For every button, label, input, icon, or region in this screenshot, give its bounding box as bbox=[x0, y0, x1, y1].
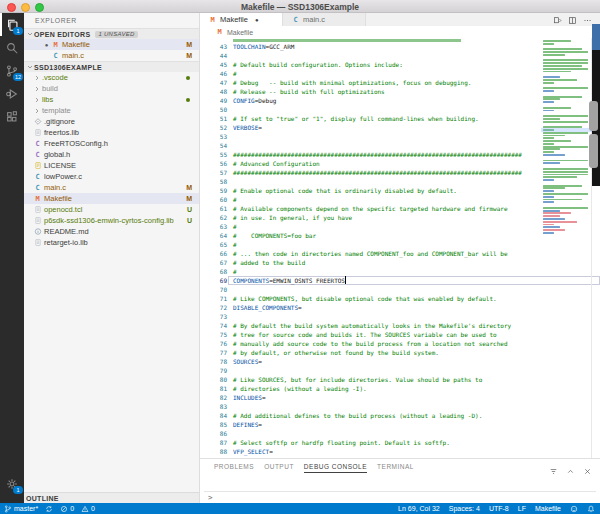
code-line-86[interactable]: 86 bbox=[200, 429, 600, 438]
code-line-54[interactable]: 54 bbox=[200, 141, 600, 150]
code-line-43[interactable]: 43TOOLCHAIN=GCC_ARM bbox=[200, 42, 600, 51]
code-line-63[interactable]: 63# bbox=[200, 222, 600, 231]
code-line-82[interactable]: 82INCLUDES= bbox=[200, 393, 600, 402]
code-editor[interactable]: 43TOOLCHAIN=GCC_ARM4445# Default build c… bbox=[200, 38, 600, 471]
tree-file-FreeRTOSConfig.h[interactable]: CFreeRTOSConfig.h bbox=[24, 138, 199, 149]
code-line-45[interactable]: 45# Default build configuration. Options… bbox=[200, 60, 600, 69]
code-line-74[interactable]: 74# By default the build system automati… bbox=[200, 321, 600, 330]
tree-file-retarget-io.lib[interactable]: retarget-io.lib bbox=[24, 237, 199, 248]
tree-file-freertos.lib[interactable]: freertos.lib bbox=[24, 127, 199, 138]
open-editor-item-Makefile[interactable]: ●MMakefileM bbox=[24, 39, 199, 50]
filter-icon[interactable] bbox=[549, 462, 558, 480]
status-error[interactable]: 0 bbox=[60, 505, 74, 513]
code-line-80[interactable]: 80# Like SOURCES, but for include direct… bbox=[200, 375, 600, 384]
panel-tab-terminal[interactable]: TERMINAL bbox=[377, 463, 414, 473]
tree-file-global.h[interactable]: Cglobal.h bbox=[24, 149, 199, 160]
outline-header[interactable]: OUTLINE bbox=[24, 492, 199, 503]
code-line-84[interactable]: 84# Add additional defines to the build … bbox=[200, 411, 600, 420]
code-line-69[interactable]: 69COMPONENTS=EMWIN_OSNTS FREERTOS bbox=[200, 276, 600, 285]
code-line-46[interactable]: 46# bbox=[200, 69, 600, 78]
tab-Makefile[interactable]: MMakefile● bbox=[200, 13, 283, 26]
code-line-68[interactable]: 68# bbox=[200, 267, 600, 276]
code-line-44[interactable]: 44 bbox=[200, 51, 600, 60]
code-line-83[interactable]: 83 bbox=[200, 402, 600, 411]
activity-manage-button[interactable]: 1 bbox=[0, 472, 24, 495]
tree-file-LICENSE[interactable]: LICENSE bbox=[24, 160, 199, 171]
tree-folder-.vscode[interactable]: .vscode bbox=[24, 72, 199, 83]
code-line-52[interactable]: 52VERBOSE= bbox=[200, 123, 600, 132]
code-line-49[interactable]: 49CONFIG=Debug bbox=[200, 96, 600, 105]
code-line-73[interactable]: 73 bbox=[200, 312, 600, 321]
open-editor-item-main.c[interactable]: Cmain.cM bbox=[24, 50, 199, 61]
tree-file-p6sdk-ssd1306-emwin-cyrtos-config.lib[interactable]: p6sdk-ssd1306-emwin-cyrtos-config.libU bbox=[24, 215, 199, 226]
minimap[interactable] bbox=[543, 40, 590, 235]
status-spaces[interactable]: Spaces: 4 bbox=[449, 505, 480, 512]
tree-file-openocd.tcl[interactable]: openocd.tclU bbox=[24, 204, 199, 215]
code-line-66[interactable]: 66# ... then code in directories named C… bbox=[200, 249, 600, 258]
close-icon[interactable] bbox=[583, 462, 592, 480]
activity-search-button[interactable] bbox=[0, 36, 24, 59]
tree-file-Makefile[interactable]: MMakefileM bbox=[24, 193, 199, 204]
code-line-70[interactable]: 70 bbox=[200, 285, 600, 294]
smiley-icon[interactable] bbox=[570, 505, 578, 513]
code-line-71[interactable]: 71# Like COMPONENTS, but disable optiona… bbox=[200, 294, 600, 303]
line-number: 60 bbox=[200, 195, 233, 204]
code-line-79[interactable]: 79 bbox=[200, 366, 600, 375]
panel-tab-debug-console[interactable]: DEBUG CONSOLE bbox=[304, 463, 367, 473]
code-line-88[interactable]: 88VFP_SELECT= bbox=[200, 447, 600, 456]
code-line-60[interactable]: 60# bbox=[200, 195, 600, 204]
status-warn[interactable]: 0 bbox=[81, 505, 95, 513]
activity-explorer-button[interactable]: 1 bbox=[0, 13, 24, 36]
code-line-55[interactable]: 55######################################… bbox=[200, 150, 600, 159]
code-line-50[interactable]: 50 bbox=[200, 105, 600, 114]
editor-group: MMakefile●Cmain.c MMakefile 43TOOLCHAIN=… bbox=[200, 13, 600, 503]
open-editors-header[interactable]: OPEN EDITORS1 UNSAVED bbox=[24, 28, 199, 39]
code-line-81[interactable]: 81# directories (without a leading -I). bbox=[200, 384, 600, 393]
panel-tab-problems[interactable]: PROBLEMS bbox=[214, 463, 254, 473]
status-ln-69[interactable]: Ln 69, Col 32 bbox=[398, 505, 440, 512]
code-line-76[interactable]: 76# manually add source code to the buil… bbox=[200, 339, 600, 348]
folder-section-header[interactable]: SSD1306EXAMPLE bbox=[24, 61, 199, 72]
code-line-87[interactable]: 87# Select softfp or hardfp floating poi… bbox=[200, 438, 600, 447]
breadcrumb[interactable]: MMakefile bbox=[200, 26, 600, 38]
tab-main.c[interactable]: Cmain.c bbox=[283, 13, 366, 26]
code-line-62[interactable]: 62# in use. In general, if you have bbox=[200, 213, 600, 222]
code-line-65[interactable]: 65# bbox=[200, 240, 600, 249]
code-line-72[interactable]: 72DISABLE_COMPONENTS= bbox=[200, 303, 600, 312]
editor-scrollbar-track[interactable] bbox=[591, 38, 592, 471]
status-makefile[interactable]: Makefile bbox=[535, 505, 561, 512]
code-line-59[interactable]: 59# Enable optional code that is ordinar… bbox=[200, 186, 600, 195]
debug-console-input[interactable]: > bbox=[204, 491, 596, 503]
status-branch[interactable]: master* bbox=[4, 505, 38, 513]
status-sync[interactable] bbox=[45, 505, 53, 513]
code-line-58[interactable]: 58 bbox=[200, 177, 600, 186]
tree-folder-build[interactable]: build bbox=[24, 83, 199, 94]
chevup-icon[interactable] bbox=[566, 462, 575, 480]
tree-file-README.md[interactable]: README.md bbox=[24, 226, 199, 237]
tree-folder-libs[interactable]: libs bbox=[24, 94, 199, 105]
activity-source-control-button[interactable]: 12 bbox=[0, 59, 24, 82]
code-line-78[interactable]: 78SOURCES= bbox=[200, 357, 600, 366]
code-line-47[interactable]: 47# Debug -- build with minimal optimiza… bbox=[200, 78, 600, 87]
code-line-64[interactable]: 64# COMPONENTS=foo bar bbox=[200, 231, 600, 240]
code-line-51[interactable]: 51# If set to "true" or "1", display ful… bbox=[200, 114, 600, 123]
code-line-85[interactable]: 85DEFINES= bbox=[200, 420, 600, 429]
activity-extensions-button[interactable] bbox=[0, 105, 24, 128]
tree-file-.gitignore[interactable]: .gitignore bbox=[24, 116, 199, 127]
code-line-57[interactable]: 57######################################… bbox=[200, 168, 600, 177]
code-line-61[interactable]: 61# Available components depend on the s… bbox=[200, 204, 600, 213]
panel-tab-output[interactable]: OUTPUT bbox=[264, 463, 294, 473]
status-utf-8[interactable]: UTF-8 bbox=[489, 505, 509, 512]
status-lf[interactable]: LF bbox=[518, 505, 526, 512]
tree-folder-template[interactable]: template bbox=[24, 105, 199, 116]
tree-file-main.c[interactable]: Cmain.cM bbox=[24, 182, 199, 193]
bell-icon[interactable] bbox=[587, 505, 595, 513]
activity-debug-button[interactable] bbox=[0, 82, 24, 105]
code-line-48[interactable]: 48# Release -- build with full optimizat… bbox=[200, 87, 600, 96]
code-line-56[interactable]: 56# Advanced Configuration bbox=[200, 159, 600, 168]
code-line-77[interactable]: 77# by default, or otherwise not found b… bbox=[200, 348, 600, 357]
code-line-67[interactable]: 67# added to the build bbox=[200, 258, 600, 267]
code-line-75[interactable]: 75# tree for source code and builds it. … bbox=[200, 330, 600, 339]
tree-file-lowPower.c[interactable]: ClowPower.c bbox=[24, 171, 199, 182]
code-line-53[interactable]: 53 bbox=[200, 132, 600, 141]
